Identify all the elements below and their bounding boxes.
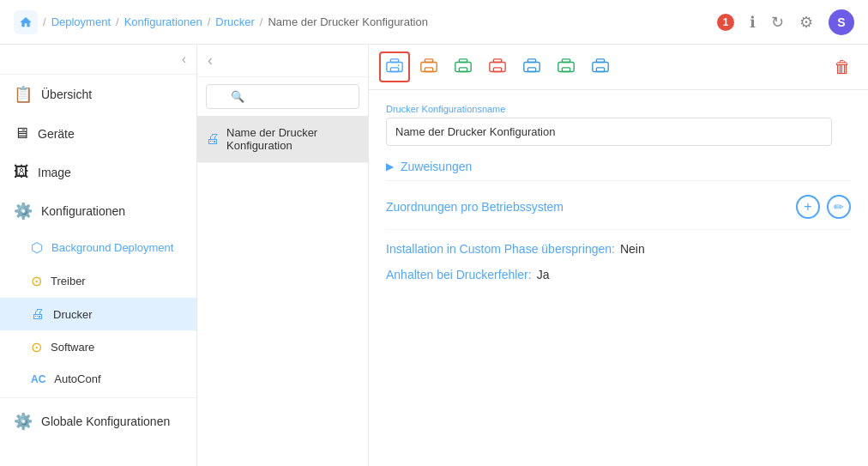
konfigurationen-icon: ⚙️ xyxy=(14,202,33,221)
home-icon xyxy=(19,15,33,29)
sidebar-label-geraete: Geräte xyxy=(38,127,75,141)
home-button[interactable] xyxy=(14,10,38,34)
settings-icon[interactable]: ⚙ xyxy=(799,13,813,32)
zuordnungen-left: Zuordnungen pro Betriebssystem xyxy=(386,200,564,214)
list-back-icon[interactable]: ‹ xyxy=(208,51,213,70)
background-deployment-icon: ⬡ xyxy=(31,239,43,256)
svg-rect-5 xyxy=(425,59,432,63)
toolbar-btn-3[interactable] xyxy=(448,51,479,82)
breadcrumb-drucker[interactable]: Drucker xyxy=(215,15,255,28)
sidebar-label-globale-konfigurationen: Globale Konfigurationen xyxy=(41,415,170,428)
svg-rect-4 xyxy=(421,63,437,72)
sidebar-item-uebersicht[interactable]: 📋 Übersicht xyxy=(0,75,196,114)
svg-rect-11 xyxy=(493,59,501,63)
config-name-field-group: Drucker Konfigurationsname xyxy=(386,104,851,146)
detail-panel: Treiber erstellen xyxy=(369,45,868,466)
svg-rect-6 xyxy=(425,68,432,72)
sidebar-collapse[interactable]: ‹ xyxy=(0,45,196,75)
header: / Deployment / Konfigurationen / Drucker… xyxy=(0,0,868,45)
detail-content: Drucker Konfigurationsname ▶ Zuweisungen… xyxy=(369,90,868,466)
sidebar-item-image[interactable]: 🖼 Image xyxy=(0,153,196,191)
svg-point-3 xyxy=(398,64,400,66)
collapse-icon[interactable]: ‹ xyxy=(182,51,186,67)
main-layout: ‹ 📋 Übersicht 🖥 Geräte 🖼 Image ⚙️ Konfig… xyxy=(0,45,868,466)
breadcrumb-deployment[interactable]: Deployment xyxy=(51,15,111,28)
sidebar-sub-background-deployment[interactable]: ⬡ Background Deployment xyxy=(0,231,196,264)
header-right: 1 ℹ ↻ ⚙ S xyxy=(717,9,854,35)
anhalten-label: Anhalten bei Druckerfehler: xyxy=(386,268,532,281)
sidebar-item-globale-konfigurationen[interactable]: ⚙️ Globale Konfigurationen xyxy=(0,402,196,441)
search-input[interactable] xyxy=(206,84,359,109)
zuordnungen-add-button[interactable]: + xyxy=(796,195,820,219)
svg-rect-18 xyxy=(562,68,570,72)
breadcrumb-konfigurationen[interactable]: Konfigurationen xyxy=(124,15,202,28)
sidebar-sub-software[interactable]: ⊙ Software xyxy=(0,330,196,364)
toolbar-icon-3 xyxy=(454,57,473,76)
breadcrumb: / Deployment / Konfigurationen / Drucker… xyxy=(14,10,428,34)
sidebar-label-konfigurationen: Konfigurationen xyxy=(41,204,125,218)
notification-badge[interactable]: 1 xyxy=(717,14,734,31)
svg-rect-7 xyxy=(455,63,471,72)
sidebar-label-image: Image xyxy=(38,166,71,179)
anhalten-row: Anhalten bei Druckerfehler: Ja xyxy=(386,268,851,281)
toolbar-btn-7[interactable] xyxy=(585,51,616,82)
sidebar-label-software: Software xyxy=(51,341,94,354)
delete-icon: 🗑 xyxy=(834,57,851,77)
info-icon[interactable]: ℹ xyxy=(750,13,756,32)
installation-value: Nein xyxy=(620,242,645,256)
toolbar-delete-button[interactable]: 🗑 xyxy=(827,51,858,82)
toolbar-btn-4[interactable] xyxy=(482,51,513,82)
svg-rect-1 xyxy=(390,59,398,63)
sidebar-label-drucker: Drucker xyxy=(53,308,93,321)
anhalten-value: Ja xyxy=(537,268,550,281)
sidebar-label-background-deployment: Background Deployment xyxy=(51,241,173,254)
geraete-icon: 🖥 xyxy=(14,124,29,142)
create-driver-icon xyxy=(385,57,404,76)
sidebar-sub-autoconf[interactable]: AC AutoConf xyxy=(0,364,196,394)
sidebar-sub-treiber[interactable]: ⊙ Treiber xyxy=(0,264,196,298)
sidebar-item-konfigurationen[interactable]: ⚙️ Konfigurationen xyxy=(0,191,196,231)
sidebar-label-treiber: Treiber xyxy=(51,275,86,287)
zuweisungen-section: ▶ Zuweisungen xyxy=(386,160,851,181)
zuordnungen-actions: + ✏ xyxy=(796,195,851,219)
user-avatar[interactable]: S xyxy=(829,9,854,35)
svg-rect-9 xyxy=(459,68,467,72)
sidebar-item-geraete[interactable]: 🖥 Geräte xyxy=(0,114,196,153)
sidebar-sub-drucker[interactable]: 🖨 Drucker xyxy=(0,298,196,330)
refresh-icon[interactable]: ↻ xyxy=(771,13,784,32)
list-item-drucker-konfiguration[interactable]: 🖨 Name der Drucker Konfiguration xyxy=(197,116,368,163)
content-area: ‹ 🔍 🖨 Name der Drucker Konfiguration xyxy=(197,45,868,466)
svg-rect-16 xyxy=(558,63,574,72)
sidebar-label-autoconf: AutoConf xyxy=(54,372,100,385)
installation-label: Installation in Custom Phase überspringe… xyxy=(386,242,615,256)
svg-rect-13 xyxy=(524,63,539,72)
sidebar-label-uebersicht: Übersicht xyxy=(41,88,92,101)
svg-rect-0 xyxy=(387,63,402,72)
toolbar-icon-4 xyxy=(488,57,507,76)
treiber-icon: ⊙ xyxy=(31,273,42,289)
svg-rect-17 xyxy=(562,59,570,63)
toolbar-btn-6[interactable] xyxy=(551,51,582,82)
svg-rect-2 xyxy=(390,68,398,72)
sidebar-divider xyxy=(0,397,196,398)
config-name-input[interactable] xyxy=(386,118,832,146)
zuweisungen-expand-icon[interactable]: ▶ xyxy=(386,160,394,172)
toolbar-icon-6 xyxy=(557,57,576,76)
image-icon: 🖼 xyxy=(14,163,29,181)
toolbar-icon-7 xyxy=(591,57,610,76)
toolbar-btn-2[interactable] xyxy=(413,51,444,82)
zuordnungen-edit-button[interactable]: ✏ xyxy=(827,195,851,219)
toolbar: Treiber erstellen xyxy=(369,45,868,90)
svg-rect-10 xyxy=(490,63,505,72)
toolbar-create-driver-button[interactable] xyxy=(379,51,410,82)
software-icon: ⊙ xyxy=(31,339,42,355)
svg-rect-20 xyxy=(596,59,604,63)
svg-rect-8 xyxy=(459,59,467,63)
drucker-icon: 🖨 xyxy=(31,306,45,322)
svg-rect-12 xyxy=(493,68,501,72)
zuordnungen-label: Zuordnungen pro Betriebssystem xyxy=(386,200,564,214)
breadcrumb-current: Name der Drucker Konfiguration xyxy=(268,15,427,28)
toolbar-btn-5[interactable] xyxy=(516,51,547,82)
globale-konfigurationen-icon: ⚙️ xyxy=(14,412,33,431)
zuweisungen-title[interactable]: Zuweisungen xyxy=(401,160,472,173)
